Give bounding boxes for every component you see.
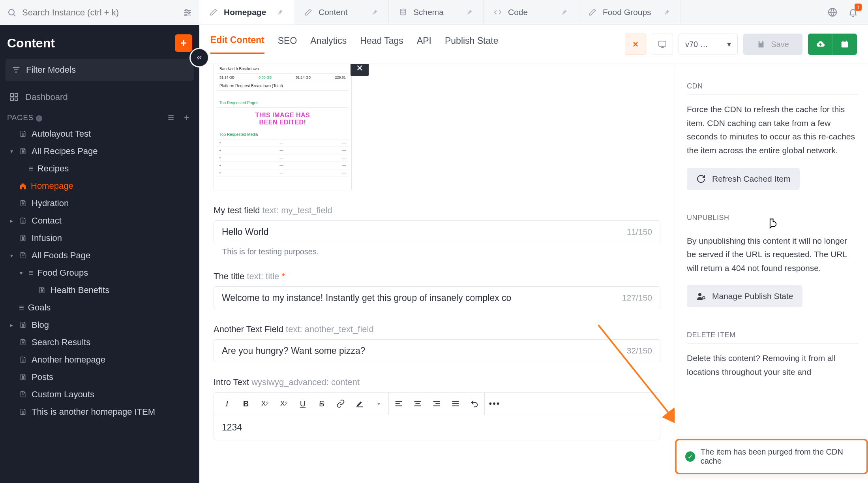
pin-icon[interactable] <box>663 9 670 16</box>
sliders-icon[interactable] <box>183 8 192 17</box>
save-label: Save <box>771 40 789 49</box>
thumb-heading: Top Requested Media <box>217 130 348 139</box>
tree-item[interactable]: ▾🗎All Foods Page <box>0 247 199 264</box>
globe-icon[interactable] <box>828 8 837 17</box>
pin-icon[interactable] <box>466 9 473 16</box>
my-test-field-input[interactable]: Hello World 11/150 <box>214 220 660 243</box>
preview-button[interactable] <box>652 34 673 55</box>
tree-item[interactable]: 🗎Search Results <box>0 334 199 351</box>
tree-item-label: Blog <box>32 320 49 330</box>
field-label: Intro Text <box>214 377 249 387</box>
pin-icon[interactable] <box>371 9 378 16</box>
caret-down-icon[interactable]: ▾ <box>17 270 24 276</box>
underline-button[interactable]: U <box>297 398 309 410</box>
schedule-publish-button[interactable] <box>832 34 857 55</box>
version-select[interactable]: v70 …▾ <box>679 34 738 55</box>
another-text-field-input[interactable]: Are you hungry? Want some pizza? 32/150 <box>214 339 660 362</box>
publish-button[interactable] <box>808 34 832 55</box>
remove-image-button[interactable]: ✕ <box>351 64 369 76</box>
tree-item[interactable]: 🗎Custom Layouts <box>0 386 199 403</box>
tab-food-groups[interactable]: Food Groups <box>578 0 681 24</box>
add-page-icon[interactable] <box>183 114 191 122</box>
info-icon[interactable]: i <box>36 115 42 122</box>
caret-down-icon[interactable]: ▾ <box>8 148 15 154</box>
global-search-input[interactable] <box>22 8 177 18</box>
tab-content[interactable]: Content <box>294 0 389 24</box>
caret-right-icon[interactable]: ▸ <box>8 322 15 328</box>
tab-homepage[interactable]: Homepage <box>199 0 294 24</box>
tree-item-label: Another homepage <box>32 355 105 365</box>
tab-code[interactable]: Code <box>484 0 578 24</box>
subtab-edit-content[interactable]: Edit Content <box>210 35 264 54</box>
tree-item[interactable]: 🗎Another homepage <box>0 351 199 368</box>
tree-item[interactable]: 🗎Health Benefits <box>0 282 199 299</box>
nav-dashboard[interactable]: Dashboard <box>0 88 199 106</box>
unpublish-description: By unpublishing this content it will no … <box>687 234 859 275</box>
tree-item[interactable]: ≡Recipes <box>0 160 199 177</box>
tree-item[interactable]: 🗎Posts <box>0 368 199 386</box>
tree-item[interactable]: ▸🗎Blog <box>0 316 199 334</box>
save-button[interactable]: Save <box>743 34 802 55</box>
tree-item[interactable]: ▾≡Food Groups <box>0 264 199 282</box>
svg-rect-33 <box>356 406 363 407</box>
subtab-api[interactable]: API <box>417 36 431 53</box>
tree-item[interactable]: 🗎Infusion <box>0 229 199 247</box>
link-button[interactable] <box>335 398 347 410</box>
subtab-seo[interactable]: SEO <box>278 36 297 53</box>
tree-item[interactable]: ≡Goals <box>0 299 199 316</box>
bold-button[interactable]: B <box>240 398 252 410</box>
pin-icon[interactable] <box>561 9 568 16</box>
superscript-button[interactable]: X2 <box>278 398 290 410</box>
document-icon: 🗎 <box>19 389 28 400</box>
section-title-cdn: CDN <box>687 82 859 95</box>
image-thumbnail[interactable]: ✕ Bandwidth Breakdown 51.14 GB0.00 GB51.… <box>214 64 352 190</box>
subtab-publish-state[interactable]: Publish State <box>445 36 499 53</box>
pin-icon[interactable] <box>276 9 283 16</box>
title-input[interactable]: Welcome to my instance! Instantly get th… <box>214 286 660 309</box>
subscript-button[interactable]: X2 <box>259 398 271 410</box>
version-label: v70 … <box>685 40 708 49</box>
align-center-button[interactable] <box>412 398 424 410</box>
italic-button[interactable]: I <box>221 398 233 410</box>
section-title-delete: DELETE ITEM <box>687 331 859 344</box>
svg-point-48 <box>703 297 705 299</box>
content-subnav: Edit Content SEO Analytics Head Tags API… <box>199 25 868 64</box>
close-button[interactable] <box>625 34 646 55</box>
strikethrough-button[interactable]: S <box>316 398 328 410</box>
caret-down-icon[interactable]: ▾ <box>8 252 15 259</box>
tree-item[interactable]: 🗎This is another homepage ITEM <box>0 403 199 421</box>
document-icon: 🗎 <box>19 233 28 243</box>
filter-models[interactable]: Filter Models <box>6 59 194 81</box>
align-left-button[interactable] <box>393 398 405 410</box>
undo-button[interactable] <box>469 398 480 410</box>
align-justify-button[interactable] <box>450 398 461 410</box>
tree-item[interactable]: ▸🗎Contact <box>0 212 199 229</box>
highlight-button[interactable] <box>354 398 366 410</box>
tab-schema[interactable]: Schema <box>389 0 484 24</box>
subtab-head-tags[interactable]: Head Tags <box>360 36 403 53</box>
manage-publish-state-button[interactable]: Manage Publish State <box>687 285 802 307</box>
list-icon: ≡ <box>28 164 34 174</box>
wysiwyg-body[interactable]: 1234 <box>214 415 660 440</box>
document-icon: 🗎 <box>19 337 28 348</box>
svg-rect-16 <box>15 98 18 101</box>
notifications-button[interactable]: 1 <box>848 8 858 17</box>
tree-item-label: Contact <box>32 216 62 226</box>
more-button[interactable]: ••• <box>489 398 501 410</box>
align-right-button[interactable] <box>431 398 442 410</box>
chevron-down-icon[interactable]: ▾ <box>373 398 384 410</box>
tree-item[interactable]: ▾🗎All Recipes Page <box>0 143 199 160</box>
global-search[interactable] <box>0 0 199 25</box>
refresh-cached-item-button[interactable]: Refresh Cached Item <box>687 168 800 190</box>
tree-item[interactable]: 🗎Hydration <box>0 195 199 212</box>
tree-item[interactable]: 🗎Autolayout Test <box>0 125 199 143</box>
tree-item-homepage[interactable]: Homepage <box>0 177 199 195</box>
subtab-analytics[interactable]: Analytics <box>310 36 347 53</box>
field-label: The title <box>214 271 244 281</box>
tree-item-label: Health Benefits <box>51 285 109 295</box>
add-button[interactable] <box>175 34 192 52</box>
tree-item-label: Hydration <box>32 198 69 209</box>
tab-label: Food Groups <box>603 8 651 17</box>
list-icon[interactable] <box>167 114 175 122</box>
caret-right-icon[interactable]: ▸ <box>8 218 15 224</box>
